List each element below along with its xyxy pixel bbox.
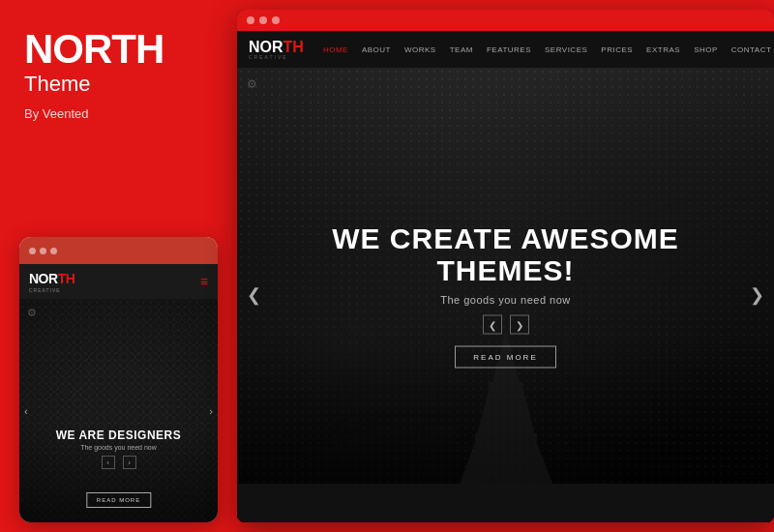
mobile-hero-title: WE ARE DESIGNERS	[19, 429, 218, 442]
desktop-dot-3	[272, 16, 280, 24]
mobile-nav-bar: NORTH CREATIVE ≡	[19, 264, 218, 299]
title-nor: NOR	[24, 26, 111, 72]
theme-title: NORTH	[24, 29, 213, 70]
svg-marker-2	[477, 390, 535, 435]
svg-rect-1	[489, 382, 523, 390]
nav-item-about[interactable]: ABOUT	[362, 45, 391, 54]
desktop-mockup: NORTH CREATIVE HOME ABOUT WORKS TEAM FEA…	[237, 10, 774, 522]
mobile-dot-3	[50, 248, 57, 254]
desktop-slide-nav: ❮ ❯	[313, 315, 700, 335]
title-th: TH	[111, 26, 164, 72]
mobile-logo-creative: CREATIVE	[29, 287, 74, 293]
desktop-slide-prev[interactable]: ❮	[483, 315, 502, 335]
desktop-nav-bar: NORTH CREATIVE HOME ABOUT WORKS TEAM FEA…	[237, 31, 774, 68]
desktop-top-bar	[237, 10, 774, 31]
desktop-prev-arrow[interactable]: ❮	[247, 284, 261, 306]
desktop-logo: NORTH CREATIVE	[249, 39, 304, 60]
mobile-prev-arrow[interactable]: ‹	[24, 405, 28, 417]
mobile-cta-button[interactable]: READ MORE	[86, 492, 151, 508]
left-panel: NORTH Theme By Veented NORTH CREATIVE ≡ …	[0, 0, 237, 532]
mobile-next-arrow[interactable]: ›	[209, 405, 213, 417]
desktop-hero-content: WE CREATE AWESOME THEMES! The goods you …	[313, 222, 700, 369]
desktop-logo-th: TH	[283, 39, 304, 55]
desktop-hero-subtitle: The goods you need now	[313, 294, 700, 306]
mobile-slide-prev[interactable]: ‹	[102, 456, 115, 469]
mobile-mockup: NORTH CREATIVE ≡ ⚙ ‹ › WE ARE DESIGNERS …	[19, 237, 218, 522]
theme-author: By Veented	[24, 106, 213, 121]
mobile-top-bar	[19, 237, 218, 264]
mobile-slide-nav: ‹ ›	[19, 456, 218, 469]
mobile-slide-next[interactable]: ›	[123, 456, 136, 469]
nav-item-works[interactable]: WORKS	[404, 45, 436, 54]
nav-item-prices[interactable]: PRICES	[601, 45, 633, 54]
desktop-hero: ⚙ ❮ ❯ WE CREATE AWESOME THEMES! The good…	[237, 68, 774, 522]
desktop-nav-items: HOME ABOUT WORKS TEAM FEATURES SERVICES …	[323, 44, 774, 54]
nav-item-extras[interactable]: EXTRAS	[646, 45, 680, 54]
nav-item-contact[interactable]: CONTACT	[731, 45, 772, 54]
mobile-hero-subtitle: The goods you need now	[19, 444, 218, 451]
mobile-hero-content: WE ARE DESIGNERS The goods you need now …	[19, 429, 218, 469]
hamburger-icon[interactable]: ≡	[200, 274, 208, 289]
desktop-slide-next[interactable]: ❯	[510, 315, 529, 335]
theme-subtitle: Theme	[24, 72, 213, 97]
nav-item-home[interactable]: HOME	[323, 45, 348, 54]
desktop-dot-2	[259, 16, 267, 24]
ground	[237, 484, 774, 522]
dots-overlay	[19, 299, 218, 522]
svg-marker-4	[458, 443, 554, 488]
desktop-hero-title: WE CREATE AWESOME THEMES!	[313, 222, 700, 286]
nav-item-shop[interactable]: SHOP	[694, 45, 718, 54]
mobile-dot-2	[40, 248, 46, 254]
nav-item-services[interactable]: SERVICES	[545, 45, 587, 54]
desktop-settings-icon: ⚙	[247, 77, 257, 91]
mobile-dot-1	[29, 248, 36, 254]
desktop-logo-nor: NOR	[249, 39, 283, 55]
mobile-logo-th: TH	[58, 271, 75, 286]
desktop-dot-1	[247, 16, 254, 24]
desktop-cta-button[interactable]: READ MORE	[455, 346, 555, 369]
mobile-settings-icon: ⚙	[27, 307, 37, 319]
svg-rect-3	[475, 433, 537, 443]
mobile-hero: ⚙ ‹ › WE ARE DESIGNERS The goods you nee…	[19, 299, 218, 522]
nav-item-team[interactable]: TEAM	[450, 45, 473, 54]
mobile-logo: NORTH CREATIVE	[29, 270, 74, 293]
mobile-logo-nor: NOR	[29, 271, 58, 286]
desktop-next-arrow[interactable]: ❯	[750, 284, 764, 306]
nav-item-features[interactable]: FEATURES	[487, 45, 531, 54]
